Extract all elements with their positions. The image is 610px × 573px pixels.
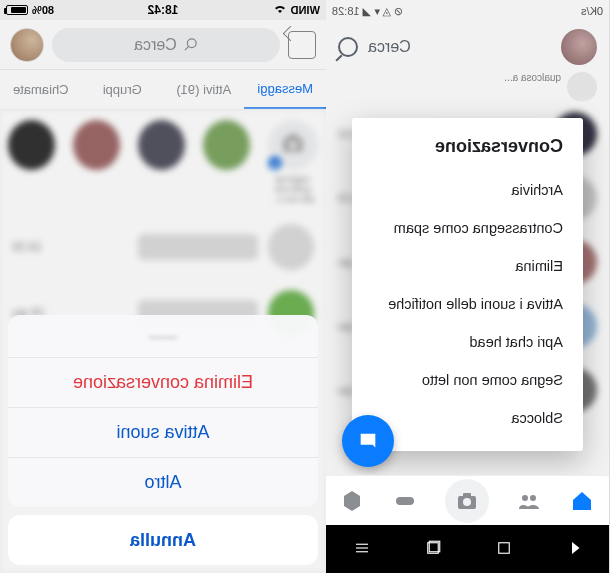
square-home-icon xyxy=(495,539,513,557)
action-sheet-group: —— Elimina conversazione Attiva suoni Al… xyxy=(8,315,318,507)
tab-people[interactable] xyxy=(517,488,543,514)
svg-point-5 xyxy=(531,495,537,501)
tab-discover[interactable] xyxy=(340,488,366,514)
svg-point-8 xyxy=(464,498,472,506)
tab-home[interactable] xyxy=(570,488,596,514)
nav-recent[interactable] xyxy=(422,539,442,559)
nav-back[interactable] xyxy=(564,539,584,559)
sheet-cancel[interactable]: Annulla xyxy=(8,515,318,565)
svg-point-6 xyxy=(523,495,529,501)
svg-rect-11 xyxy=(499,543,510,554)
camera-icon xyxy=(456,489,480,513)
dialog-open-chat-head[interactable]: Apri chat head xyxy=(372,323,563,361)
sheet-header: —— xyxy=(8,315,318,357)
svg-rect-10 xyxy=(397,497,415,505)
tab-games[interactable] xyxy=(393,488,419,514)
dialog-mark-spam[interactable]: Contrassegna come spam xyxy=(372,209,563,247)
dialog-unblock[interactable]: Sblocca xyxy=(372,399,563,437)
nav-extra[interactable] xyxy=(351,539,371,559)
hexagon-icon xyxy=(341,489,365,513)
ios-messenger-screen: WIND 18:42 80% Cerca Messaggi Attivi (91… xyxy=(0,0,326,573)
new-message-fab[interactable] xyxy=(342,415,394,467)
sheet-delete-conversation[interactable]: Elimina conversazione xyxy=(8,357,318,407)
triangle-back-icon xyxy=(566,539,584,557)
dialog-mark-unread[interactable]: Segna come non letto xyxy=(372,361,563,399)
dialog-archive[interactable]: Archivia xyxy=(372,171,563,209)
sheet-more[interactable]: Altro xyxy=(8,457,318,507)
chat-icon xyxy=(357,430,379,452)
sheet-enable-sounds[interactable]: Attiva suoni xyxy=(8,407,318,457)
android-conversation-dialog: Conversazione Archivia Contrassegna come… xyxy=(352,118,583,451)
people-icon xyxy=(518,489,542,513)
nav-home[interactable] xyxy=(493,539,513,559)
android-bottom-tabs xyxy=(326,475,609,525)
dialog-title: Conversazione xyxy=(372,136,563,157)
dialog-delete[interactable]: Elimina xyxy=(372,247,563,285)
svg-rect-9 xyxy=(464,493,472,497)
dialog-enable-notif-sounds[interactable]: Attiva i suoni delle notifiche xyxy=(372,285,563,323)
android-nav-bar xyxy=(326,525,609,573)
android-messenger-screen: 0K/s ⊘ ◬ ▾ ◢ 18:28 Cerca qualcosa a... 1… xyxy=(326,0,610,573)
gamepad-icon xyxy=(394,489,418,513)
recents-icon xyxy=(424,539,442,557)
ios-action-sheet: —— Elimina conversazione Attiva suoni Al… xyxy=(8,315,318,565)
tab-camera[interactable] xyxy=(446,479,490,523)
home-icon xyxy=(571,489,595,513)
hamburger-icon xyxy=(353,539,371,557)
